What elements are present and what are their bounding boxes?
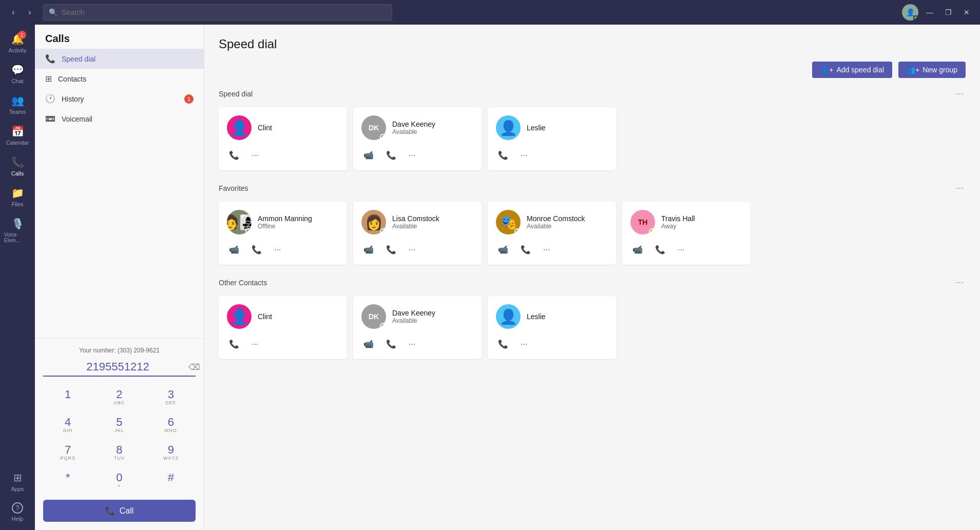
status-dot <box>649 228 655 234</box>
contact-info-clint2: Clint <box>258 312 272 321</box>
help-icon: ? <box>12 502 23 514</box>
contact-info-lisa: Lisa Comstock Available <box>392 214 439 230</box>
sidebar-item-label: Files <box>11 201 23 207</box>
sidebar-item-apps[interactable]: ⊞ Apps <box>2 467 33 496</box>
new-group-button[interactable]: 👥+ New group <box>898 62 966 78</box>
dial-key-8[interactable]: 8TUV <box>94 440 144 466</box>
call-contact-button[interactable]: 📞 <box>384 148 398 162</box>
contact-card-top: 👤 Clint <box>227 304 339 329</box>
call-contact-button[interactable]: 📞 <box>249 243 264 257</box>
video-call-button[interactable]: 📹 <box>227 243 241 257</box>
contact-actions: 📹 📞 ··· <box>496 243 608 257</box>
more-options-button[interactable]: ··· <box>676 243 686 257</box>
back-button[interactable]: ‹ <box>6 5 21 19</box>
dial-key-6[interactable]: 6MNO <box>146 413 196 438</box>
call-contact-button[interactable]: 📞 <box>496 148 510 162</box>
contact-name: Dave Keeney <box>392 309 435 317</box>
video-call-button[interactable]: 📹 <box>361 243 376 257</box>
avatar[interactable]: 👤 <box>902 4 918 21</box>
sidebar-item-voice[interactable]: 🎙️ Voice Elem... <box>2 213 33 247</box>
contact-name: Clint <box>258 124 272 132</box>
more-options-button[interactable]: ··· <box>249 149 260 162</box>
menu-item-history[interactable]: 🕐 History 1 <box>35 89 204 109</box>
menu-item-contacts[interactable]: ⊞ Contacts <box>35 69 204 89</box>
speed-dial-section-title: Speed dial <box>219 90 253 98</box>
contact-card-lisa: 👩 Lisa Comstock Available 📹 📞 ··· <box>353 202 482 265</box>
title-bar-left: ‹ › 🔍 <box>6 4 392 21</box>
contact-status: Available <box>392 223 439 230</box>
activity-icon: 🔔 1 <box>11 33 24 45</box>
call-contact-button[interactable]: 📞 <box>653 243 667 257</box>
contact-info-dave1: Dave Keeney Available <box>392 120 435 135</box>
more-options-button[interactable]: ··· <box>407 243 417 257</box>
more-options-button[interactable]: ··· <box>518 338 529 351</box>
nav-arrows: ‹ › <box>6 5 37 19</box>
dial-key-0[interactable]: 0+ <box>94 468 144 494</box>
call-contact-button[interactable]: 📞 <box>227 337 241 351</box>
sidebar-item-chat[interactable]: 💬 Chat <box>2 60 33 88</box>
favorites-section-title: Favorites <box>219 184 248 192</box>
sidebar-item-calendar[interactable]: 📅 Calendar <box>2 121 33 150</box>
menu-item-speed-dial[interactable]: 📞 Speed dial <box>35 49 204 69</box>
call-contact-button[interactable]: 📞 <box>227 148 241 162</box>
more-options-button[interactable]: ··· <box>249 338 260 351</box>
video-call-button[interactable]: 📹 <box>361 337 376 351</box>
dial-key-5[interactable]: 5JKL <box>94 413 144 438</box>
status-dot <box>245 228 252 234</box>
favorites-section-header: Favorites ··· <box>219 181 966 195</box>
clear-dial-button[interactable]: ⌫ <box>188 362 200 372</box>
video-call-button[interactable]: 📹 <box>361 148 376 162</box>
favorites-more-button[interactable]: ··· <box>954 181 966 195</box>
video-call-button[interactable]: 📹 <box>630 243 645 257</box>
contact-info-leslie2: Leslie <box>527 312 546 321</box>
more-options-button[interactable]: ··· <box>541 243 552 257</box>
favorites-section: Favorites ··· 🧑‍👩‍👧‍👦 Ammon Manning Offl… <box>219 181 966 265</box>
video-call-button[interactable]: 📹 <box>496 243 510 257</box>
dial-key-hash[interactable]: # <box>146 468 196 494</box>
dial-key-4[interactable]: 4GHI <box>43 413 92 438</box>
dial-key-2[interactable]: 2ABC <box>94 385 144 410</box>
main-layout: 🔔 1 Activity 💬 Chat 👥 Teams 📅 Calendar 📞… <box>0 25 980 530</box>
sidebar-item-calls[interactable]: 📞 Calls <box>2 152 33 181</box>
dial-key-star[interactable]: * <box>43 468 92 494</box>
dial-key-9[interactable]: 9WXYZ <box>146 440 196 466</box>
contact-actions: 📞 ··· <box>227 337 339 351</box>
dial-input[interactable] <box>47 360 188 374</box>
search-input[interactable] <box>62 8 387 16</box>
call-contact-button[interactable]: 📞 <box>384 243 398 257</box>
sidebar-item-help[interactable]: ? Help <box>2 498 33 526</box>
contact-actions: 📞 ··· <box>496 148 608 162</box>
calls-panel: Calls 📞 Speed dial ⊞ Contacts 🕐 History … <box>35 25 204 530</box>
avatar-dave2: DK <box>361 304 386 329</box>
sidebar-item-teams[interactable]: 👥 Teams <box>2 90 33 119</box>
dial-key-1[interactable]: 1 <box>43 385 92 410</box>
dial-key-3[interactable]: 3DEF <box>146 385 196 410</box>
add-speed-dial-icon: 👤+ <box>820 66 833 74</box>
close-button[interactable]: ✕ <box>959 5 974 19</box>
add-speed-dial-button[interactable]: 👤+ Add speed dial <box>812 62 892 78</box>
restore-button[interactable]: ❐ <box>941 5 955 19</box>
forward-button[interactable]: › <box>23 5 37 19</box>
more-options-button[interactable]: ··· <box>272 243 283 257</box>
more-options-button[interactable]: ··· <box>518 149 529 162</box>
speed-dial-more-button[interactable]: ··· <box>954 86 966 101</box>
calls-icon: 📞 <box>11 156 24 168</box>
more-options-button[interactable]: ··· <box>407 149 417 162</box>
call-contact-button[interactable]: 📞 <box>518 243 533 257</box>
call-contact-button[interactable]: 📞 <box>384 337 398 351</box>
more-options-button[interactable]: ··· <box>407 338 417 351</box>
dial-key-7[interactable]: 7PQRS <box>43 440 92 466</box>
calls-menu: 📞 Speed dial ⊞ Contacts 🕐 History 1 📼 Vo… <box>35 49 204 129</box>
sidebar-item-activity[interactable]: 🔔 1 Activity <box>2 29 33 57</box>
other-contacts-more-button[interactable]: ··· <box>954 275 966 290</box>
call-button[interactable]: 📞 Call <box>43 500 196 522</box>
status-dot <box>380 228 386 234</box>
sidebar-item-files[interactable]: 📁 Files <box>2 183 33 211</box>
your-number-label: Your number: (303) 209-9621 <box>43 347 196 354</box>
speed-dial-icon: 📞 <box>45 54 55 64</box>
call-contact-button[interactable]: 📞 <box>496 337 510 351</box>
minimize-button[interactable]: — <box>923 5 937 19</box>
menu-item-voicemail[interactable]: 📼 Voicemail <box>35 109 204 129</box>
contact-actions: 📹 📞 ··· <box>361 243 473 257</box>
contact-actions: 📞 ··· <box>496 337 608 351</box>
